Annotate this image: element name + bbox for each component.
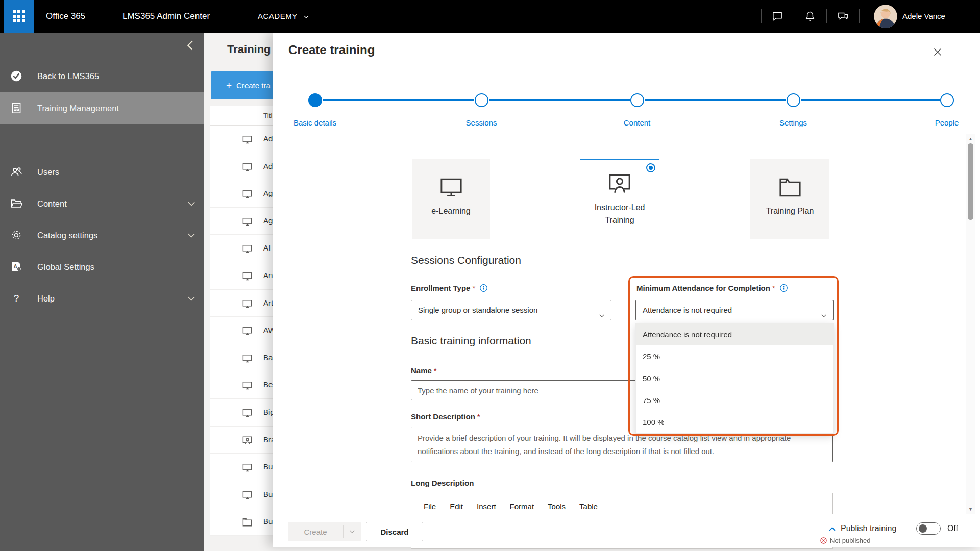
editor-menu-table[interactable]: Table (579, 502, 598, 511)
row-title: Ag (263, 216, 273, 225)
close-icon (932, 46, 944, 58)
chevron-left-icon (183, 38, 198, 53)
min-attendance-select[interactable]: Attendance is not required (635, 300, 834, 320)
monitor-icon (241, 380, 253, 391)
avatar-image (874, 5, 897, 28)
card-label: e-Learning (431, 205, 471, 218)
create-button[interactable]: Create (288, 522, 361, 541)
step-circle-content[interactable] (630, 93, 644, 107)
step-label-basic-details[interactable]: Basic details (279, 118, 351, 127)
step-circle-people[interactable] (940, 93, 954, 107)
chat-button[interactable] (761, 0, 794, 33)
radio-selected-icon (646, 163, 655, 172)
row-title: An (263, 271, 273, 280)
info-icon[interactable] (479, 284, 488, 292)
toggle-knob (919, 524, 927, 533)
label-text: Enrollment Type (411, 284, 470, 292)
step-circle-sessions[interactable] (475, 93, 488, 107)
editor-menu-edit[interactable]: Edit (450, 502, 463, 511)
dropdown-option[interactable]: 100 % (636, 411, 833, 433)
monitor-icon (241, 407, 253, 419)
enrollment-type-label: Enrollment Type* (411, 284, 488, 292)
step-circle-basic-details[interactable] (308, 93, 322, 107)
chevron-up-icon (827, 524, 837, 534)
row-title: Bu (263, 490, 273, 498)
tenant-label: ACADEMY (258, 12, 298, 20)
required-mark: * (472, 284, 475, 292)
avatar[interactable] (874, 5, 897, 28)
monitor-icon (241, 270, 253, 282)
user-name[interactable]: Adele Vance (902, 0, 945, 33)
app-launcher-button[interactable] (4, 0, 34, 33)
sidebar-item-back-to-lms365[interactable]: Back to LMS365 (0, 60, 204, 92)
chevron-down-icon[interactable] (344, 528, 360, 535)
brand-admin-center[interactable]: LMS365 Admin Center (122, 0, 210, 33)
editor-menu-insert[interactable]: Insert (477, 502, 496, 511)
dropdown-option[interactable]: 25 % (636, 345, 833, 367)
sidebar-collapse-button[interactable] (183, 38, 199, 54)
step-connector (323, 99, 474, 101)
step-connector (489, 99, 630, 101)
brand-office365[interactable]: Office 365 (46, 0, 85, 33)
scroll-up-arrow[interactable]: ▲ (966, 135, 975, 142)
editor-menubar: File Edit Insert Format Tools Table (424, 502, 598, 511)
step-label-content[interactable]: Content (601, 118, 673, 127)
card-instructor-led-training[interactable]: Instructor-Led Training (580, 159, 659, 239)
info-icon[interactable] (779, 284, 788, 292)
label-text: Short Description (411, 412, 475, 421)
step-circle-settings[interactable] (787, 93, 800, 107)
sidebar-item-label: Back to LMS365 (37, 71, 99, 81)
modal-scrollbar[interactable]: ▲ ▼ (966, 134, 975, 514)
publish-toggle[interactable] (916, 522, 941, 535)
modal-title: Create training (288, 43, 375, 57)
step-label-settings[interactable]: Settings (757, 118, 829, 127)
sidebar-item-training-management[interactable]: Training Management (0, 92, 204, 124)
required-mark: * (772, 284, 775, 292)
tenant-menu[interactable]: ACADEMY (258, 0, 310, 33)
discard-button[interactable]: Discard (366, 522, 423, 541)
chevron-down-icon (820, 307, 827, 314)
monitor-icon (241, 161, 253, 173)
feedback-button[interactable] (826, 0, 859, 33)
dropdown-option[interactable]: 50 % (636, 367, 833, 389)
waffle-icon (13, 10, 25, 22)
enrollment-type-select[interactable]: Single group or standalone session (411, 300, 611, 320)
plus-icon: + (226, 80, 232, 91)
editor-menu-format[interactable]: Format (510, 502, 534, 511)
scroll-down-arrow[interactable]: ▼ (966, 506, 975, 513)
min-attendance-dropdown: Attendance is not required 25 % 50 % 75 … (635, 323, 834, 434)
scrollbar-thumb[interactable] (968, 143, 973, 220)
sidebar-item-catalog-settings[interactable]: Catalog settings (0, 219, 204, 251)
step-label-sessions[interactable]: Sessions (446, 118, 517, 127)
label-text: Long Description (411, 479, 474, 487)
chevron-down-icon (186, 198, 197, 209)
step-label-people[interactable]: People (911, 118, 980, 127)
sidebar-item-users[interactable]: Users (0, 156, 204, 188)
row-title: Bu (263, 517, 273, 525)
editor-menu-file[interactable]: File (424, 502, 436, 511)
step-connector (801, 99, 940, 101)
section-divider (411, 274, 835, 274)
monitor-icon (241, 353, 253, 364)
feedback-icon (836, 10, 849, 23)
close-button[interactable] (932, 46, 945, 59)
min-attendance-label: Minimum Attendance for Completion* (636, 284, 788, 292)
chevron-down-icon (303, 13, 310, 20)
row-title: Ad (263, 162, 273, 170)
card-training-plan[interactable]: Training Plan (750, 159, 829, 239)
name-label: Name* (411, 366, 437, 375)
sidebar-item-help[interactable]: ? Help (0, 283, 204, 314)
sidebar-item-content[interactable]: Content (0, 188, 204, 219)
dropdown-option[interactable]: 75 % (636, 389, 833, 411)
monitor-icon (241, 298, 253, 310)
dropdown-option[interactable]: Attendance is not required (636, 323, 833, 345)
card-elearning[interactable]: e-Learning (412, 159, 490, 239)
notifications-button[interactable] (794, 0, 826, 33)
sidebar-item-global-settings[interactable]: A Global Settings (0, 251, 204, 283)
column-header-title: Titl (263, 112, 273, 119)
editor-menu-tools[interactable]: Tools (548, 502, 566, 511)
chevron-down-icon (598, 307, 605, 314)
folder-icon (241, 516, 253, 528)
card-label: Training Plan (766, 205, 814, 218)
collapse-panel-button[interactable] (827, 524, 837, 534)
